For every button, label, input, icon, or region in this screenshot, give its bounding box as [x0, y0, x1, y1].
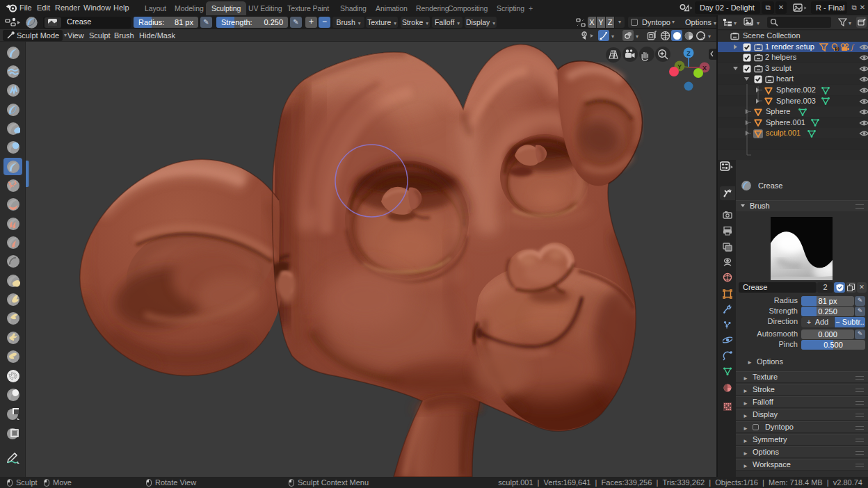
svg-text:Z: Z [686, 50, 691, 57]
svg-text:X: X [702, 65, 707, 72]
svg-text:Y: Y [677, 63, 682, 70]
